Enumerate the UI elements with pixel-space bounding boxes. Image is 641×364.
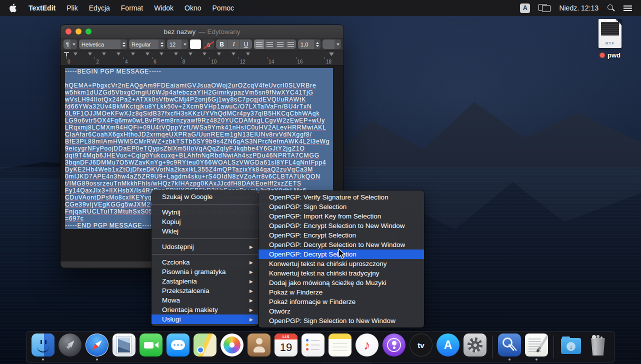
paragraph-styles-button[interactable]: ¶ <box>64 40 77 49</box>
services-submenu-item-openpgp-verify-signature-of-selection[interactable]: OpenPGP: Verify Signature of Selection <box>258 192 424 202</box>
services-submenu-item-openpgp-encrypt-selection[interactable]: OpenPGP: Encrypt Selection <box>258 230 424 240</box>
services-submenu-item-pokaż-w-finderze[interactable]: Pokaż w Finderze <box>258 288 424 297</box>
tab-stop-marker[interactable] <box>174 52 178 56</box>
context-menu-item-kopiuj[interactable]: Kopiuj <box>152 217 258 226</box>
line-spacing-stepper[interactable]: 1,0 <box>298 40 320 49</box>
services-submenu-item-dodaj-jako-mówioną-ścieżkę-do-muzyki[interactable]: Dodaj jako mówioną ścieżkę do Muzyki <box>258 278 424 288</box>
apple-menu-icon[interactable] <box>9 3 18 13</box>
tab-stop-marker[interactable] <box>88 52 92 56</box>
menubar-item-app[interactable]: TextEdit <box>28 4 56 12</box>
tab-stop-marker[interactable] <box>246 52 250 56</box>
tab-stop-marker[interactable] <box>116 52 120 56</box>
stepper-icon[interactable] <box>158 40 165 49</box>
font-style-select[interactable]: Regular <box>129 40 165 49</box>
spotlight-search-icon[interactable] <box>607 4 615 12</box>
dock-item-downloads[interactable]: ↓ <box>560 334 582 360</box>
menubar-item-plik[interactable]: Plik <box>66 4 78 12</box>
desktop-file-pwd[interactable]: RTF pwd <box>596 19 624 59</box>
context-menu-item-orientacja-makiety[interactable]: Orientacja makiety▶ <box>152 305 258 314</box>
dock-item-calendar[interactable]: LIS19 <box>274 334 298 360</box>
input-source-icon[interactable]: A <box>520 4 530 13</box>
ruler-tick <box>124 57 124 59</box>
window-title-bar[interactable]: bez nazwy— Edytowany <box>60 25 344 38</box>
text-color-well[interactable]: a <box>203 40 214 49</box>
context-menu-item-przekształcenia[interactable]: Przekształcenia▶ <box>152 286 258 296</box>
tab-stop-marker[interactable] <box>102 52 106 56</box>
close-button[interactable] <box>66 28 72 34</box>
right-indent-marker[interactable] <box>329 52 334 56</box>
notification-center-icon[interactable] <box>624 5 632 11</box>
dock-item-maps[interactable] <box>194 334 216 360</box>
stepper-icon[interactable] <box>314 40 320 49</box>
dock-item-contacts[interactable] <box>248 334 270 360</box>
dock-item-messages[interactable] <box>166 334 190 360</box>
menubar-item-format[interactable]: Format <box>121 4 143 12</box>
background-color-well[interactable] <box>190 40 201 49</box>
dock-item-system-preferences[interactable] <box>464 334 486 360</box>
align-right-button[interactable] <box>275 40 286 49</box>
bold-button[interactable]: B <box>216 40 228 49</box>
dock-item-textedit[interactable] <box>525 334 548 360</box>
dock-item-launchpad[interactable] <box>58 334 82 360</box>
dock-item-app-store[interactable]: A <box>436 334 460 360</box>
list-style-button[interactable] <box>322 40 341 49</box>
context-menu-item-mowa[interactable]: Mowa▶ <box>152 296 258 305</box>
tab-stop-marker[interactable] <box>74 52 78 56</box>
dock-item-reminders[interactable] <box>302 334 324 360</box>
services-submenu-item-openpgp-sign-selection-to-new-window[interactable]: OpenPGP: Sign Selection to New Window <box>258 316 424 326</box>
italic-button[interactable]: I <box>228 40 240 49</box>
context-menu-item-czcionka[interactable]: Czcionka▶ <box>152 258 258 267</box>
dock-item-podcasts[interactable] <box>382 334 406 360</box>
menubar-item-okno[interactable]: Okno <box>184 4 201 12</box>
context-menu-item-szukaj-w-google[interactable]: Szukaj w Google <box>152 192 258 202</box>
dock-item-finder[interactable] <box>32 334 54 360</box>
dock-item-keychain-access[interactable] <box>498 334 521 360</box>
zoom-button[interactable] <box>86 28 92 34</box>
dock-item-safari[interactable] <box>86 334 108 360</box>
font-size-select[interactable]: 12 <box>167 40 188 49</box>
services-submenu-item-konwertuj-tekst-na-chiński-uproszczony[interactable]: Konwertuj tekst na chiński uproszczony <box>258 259 424 268</box>
dock-item-trash[interactable] <box>586 334 610 360</box>
tab-stop-marker[interactable] <box>146 52 150 56</box>
dock-item-facetime[interactable] <box>140 334 162 360</box>
tab-stop-marker[interactable] <box>188 52 192 56</box>
font-family-select[interactable]: Helvetica <box>79 40 127 49</box>
dock-item-mail[interactable] <box>112 334 136 360</box>
minimize-button[interactable] <box>76 28 82 34</box>
align-center-button[interactable] <box>264 40 275 49</box>
justify-button[interactable] <box>286 40 296 49</box>
context-menu-item-zastąpienia[interactable]: Zastąpienia▶ <box>152 276 258 286</box>
context-menu-item-wytnij[interactable]: Wytnij <box>152 208 258 217</box>
menubar-item-pomoc[interactable]: Pomoc <box>212 4 234 12</box>
context-menu-item-usługi[interactable]: Usługi▶ <box>152 314 258 324</box>
stepper-icon[interactable] <box>120 40 127 49</box>
dock-item-notes[interactable] <box>328 334 352 360</box>
menu-item-label: Usługi <box>162 316 181 323</box>
screen-mirroring-icon[interactable] <box>538 4 550 12</box>
left-indent-marker[interactable] <box>64 52 69 57</box>
tab-stop-marker[interactable] <box>232 52 236 56</box>
dock-item-photos[interactable] <box>220 334 244 360</box>
align-left-button[interactable] <box>254 40 264 49</box>
menubar-item-edycja[interactable]: Edycja <box>89 4 110 12</box>
services-submenu-item-otwórz[interactable]: Otwórz <box>258 306 424 316</box>
menu-item-label: Konwertuj tekst na chiński uproszczony <box>269 260 387 268</box>
context-menu-item-udostępnij[interactable]: Udostępnij▶ <box>152 242 258 252</box>
underline-button[interactable]: U <box>240 40 252 49</box>
tab-stop-marker[interactable] <box>217 52 221 56</box>
context-menu-item-wklej[interactable]: Wklej <box>152 226 258 236</box>
menu-bar-clock[interactable]: Niedz. 12:13 <box>559 4 598 12</box>
context-menu-item-pisownia-i-gramatyka[interactable]: Pisownia i gramatyka▶ <box>152 267 258 276</box>
menubar-item-widok[interactable]: Widok <box>154 4 174 12</box>
traffic-lights <box>66 28 92 34</box>
tab-stop-marker[interactable] <box>131 52 135 56</box>
services-submenu-item-pokaż-informacje-w-finderze[interactable]: Pokaż informacje w Finderze <box>258 297 424 306</box>
dock-item-apple-tv[interactable]: tv <box>410 334 432 360</box>
services-submenu-item-openpgp-import-key-from-selection[interactable]: OpenPGP: Import Key from Selection <box>258 212 424 221</box>
tab-stop-marker[interactable] <box>160 52 164 56</box>
services-submenu-item-konwertuj-tekst-na-chiński-tradycyjny[interactable]: Konwertuj tekst na chiński tradycyjny <box>258 268 424 278</box>
dock-item-music[interactable]: ♪ <box>356 334 378 360</box>
services-submenu-item-openpgp-sign-selection[interactable]: OpenPGP: Sign Selection <box>258 202 424 212</box>
tab-stop-marker[interactable] <box>202 52 206 56</box>
services-submenu-item-openpgp-encrypt-selection-to-new-window[interactable]: OpenPGP: Encrypt Selection to New Window <box>258 221 424 230</box>
